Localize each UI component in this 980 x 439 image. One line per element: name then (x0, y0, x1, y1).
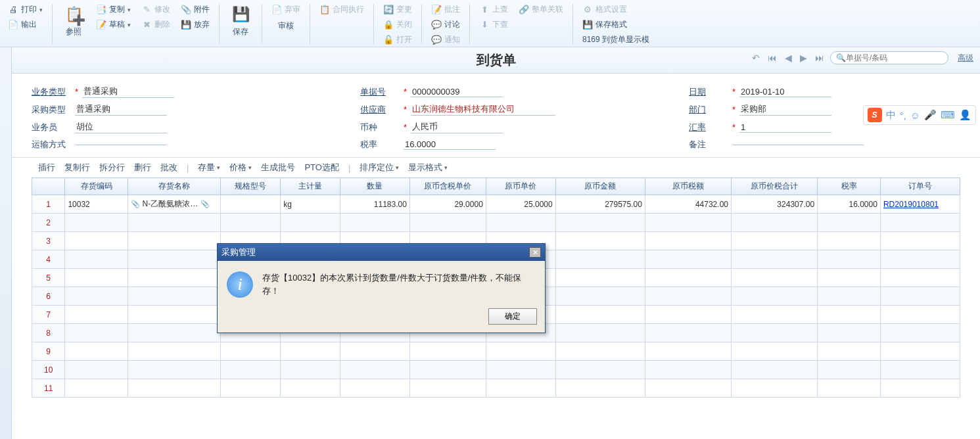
contract-exec-button[interactable]: 📋合同执行 (317, 3, 367, 16)
col-tax-rate[interactable]: 税率 (818, 178, 881, 195)
tax-value[interactable]: 16.0000 (404, 139, 496, 150)
copy-button[interactable]: 📑复制▾ (93, 3, 133, 16)
col-qty[interactable]: 数量 (340, 178, 409, 195)
down-query-button[interactable]: ⬇下查 (477, 18, 511, 32)
close-button[interactable]: 🔒关闭 (381, 18, 415, 32)
draft-button[interactable]: 📝草稿▾ (93, 18, 133, 32)
date-label: 日期 (689, 86, 728, 98)
del-row-button[interactable]: 删行 (134, 162, 151, 173)
review-label: 审核 (269, 20, 303, 32)
sort-locate-button[interactable]: 排序定位 ▾ (360, 162, 399, 173)
search-icon: 🔍 (836, 53, 846, 62)
save-icon: 💾 (230, 4, 251, 25)
currency-value[interactable]: 人民币 (411, 121, 503, 133)
col-order-no[interactable]: 订单号 (880, 178, 960, 195)
tax-label: 税率 (360, 139, 400, 150)
ime-widget[interactable]: S 中 °, ☺ 🎤 ⌨ 👤 (863, 105, 977, 125)
col-price[interactable]: 原币单价 (486, 178, 555, 195)
up-query-button[interactable]: ⬆上查 (477, 3, 511, 16)
col-inv-code[interactable]: 存货编码 (65, 178, 128, 195)
col-total[interactable]: 原币价税合计 (731, 178, 817, 195)
clerk-value[interactable]: 胡位 (75, 121, 167, 133)
table-row[interactable]: 11 (32, 379, 960, 398)
price-button[interactable]: 价格 ▾ (229, 162, 252, 173)
col-inv-name[interactable]: 存货名称 (128, 178, 221, 195)
buy-type-value[interactable]: 普通采购 (75, 103, 167, 116)
search-box[interactable]: 🔍 (830, 51, 948, 64)
whole-assoc-button[interactable]: 🔗整单关联 (516, 3, 566, 16)
ime-zhong[interactable]: 中 (886, 109, 896, 122)
save-button[interactable]: 💾 保存 (226, 3, 255, 39)
dialog-close-button[interactable]: ✕ (529, 247, 541, 258)
table-row[interactable]: 9 (32, 342, 960, 361)
open-button[interactable]: 🔓打开 (381, 33, 415, 47)
batch-mod-button[interactable]: 批改 (160, 162, 177, 173)
col-main-uom[interactable]: 主计量 (281, 178, 340, 195)
title-bar: 到货单 ↶ ⏮ ◀ ▶ ⏭ 🔍 高级 (12, 47, 980, 74)
print-button[interactable]: 🖨打印▾ (5, 3, 45, 16)
gen-batch-button[interactable]: 生成批号 (261, 162, 295, 173)
change-button[interactable]: 🔄变更 (381, 3, 415, 16)
doc-no-value[interactable]: 0000000039 (411, 87, 503, 97)
col-rownum[interactable] (32, 178, 65, 195)
split-row-button[interactable]: 拆分行 (99, 162, 125, 173)
attach-button[interactable]: 📎附件 (178, 3, 212, 16)
format-desc[interactable]: 8169 到货单显示模 (580, 33, 652, 47)
supplier-value[interactable]: 山东润德生物科技有限公司 (411, 103, 555, 116)
pto-button[interactable]: PTO选配 (304, 162, 339, 173)
error-dialog: 采购管理 ✕ i 存货【10032】的本次累计到货数量/件数大于订货数量/件数，… (217, 243, 546, 333)
discard-review-button[interactable]: 📄弃审 (269, 3, 303, 16)
format-set-button[interactable]: ⚙格式设置 (580, 3, 652, 16)
date-value[interactable]: 2019-01-10 (739, 87, 831, 97)
display-fmt-button[interactable]: 显示格式 ▾ (408, 162, 448, 173)
table-row[interactable]: 110032📎 N-乙酰氨糖浓… 📎kg11183.0029.000025.00… (32, 195, 960, 214)
notify-button[interactable]: 💬通知 (429, 33, 463, 47)
nav-next-icon[interactable]: ▶ (798, 51, 809, 64)
reference-button[interactable]: 📋➕ 参照 (59, 3, 88, 39)
copy-row-button[interactable]: 复制行 (64, 162, 90, 173)
biz-type-value[interactable]: 普通采购 (82, 85, 174, 98)
nav-first-icon[interactable]: ⏮ (766, 51, 779, 64)
clerk-label: 业务员 (32, 122, 71, 133)
ime-user-icon[interactable]: 👤 (959, 109, 971, 121)
doc-no-label: 单据号 (360, 86, 400, 98)
abandon-button[interactable]: 💾放弃 (178, 18, 212, 32)
arrow-down-icon: ⬇ (479, 20, 490, 30)
main-toolbar: 🖨打印▾ 📄输出 📋➕ 参照 📑复制▾ 📝草稿▾ ✎修改 ✖删除 📎附件 💾放弃… (0, 0, 980, 47)
dialog-message: 存货【10032】的本次累计到货数量/件数大于订货数量/件数，不能保存！ (262, 271, 536, 297)
ime-punct-icon[interactable]: °, (900, 110, 906, 121)
ime-face-icon[interactable]: ☺ (910, 110, 920, 121)
page-title: 到货单 (477, 51, 516, 69)
col-amount[interactable]: 原币金额 (555, 178, 645, 195)
table-row[interactable]: 10 (32, 361, 960, 379)
change-icon: 🔄 (383, 5, 394, 15)
stock-button[interactable]: 存量 ▾ (198, 162, 220, 173)
insert-row-button[interactable]: 插行 (38, 162, 55, 173)
rate-value[interactable]: 1 (739, 122, 831, 133)
link-icon: 🔗 (519, 5, 529, 15)
memo-value[interactable] (732, 145, 864, 145)
dept-value[interactable]: 采购部 (739, 103, 831, 116)
ime-mic-icon[interactable]: 🎤 (924, 109, 937, 121)
col-tax-amt[interactable]: 原币税额 (645, 178, 731, 195)
nav-prev-icon[interactable]: ◀ (783, 51, 794, 64)
table-row[interactable]: 2 (32, 214, 960, 232)
delete-button[interactable]: ✖删除 (139, 18, 173, 32)
ship-value[interactable] (75, 145, 167, 145)
nav-last-icon[interactable]: ⏭ (813, 51, 826, 64)
output-button[interactable]: 📄输出 (5, 18, 45, 32)
modify-button[interactable]: ✎修改 (139, 3, 173, 16)
col-tax-price[interactable]: 原币含税单价 (409, 178, 486, 195)
search-input[interactable] (846, 53, 938, 62)
contract-icon: 📋 (319, 5, 330, 15)
advanced-link[interactable]: 高级 (958, 53, 973, 64)
dialog-ok-button[interactable]: 确定 (488, 308, 537, 325)
undo-icon[interactable]: ↶ (750, 51, 762, 64)
export-icon: 📄 (8, 20, 18, 30)
ime-keyboard-icon[interactable]: ⌨ (941, 109, 955, 121)
col-spec[interactable]: 规格型号 (221, 178, 281, 195)
save-format-button[interactable]: 💾保存格式 (580, 18, 652, 32)
discuss-button[interactable]: 💬讨论 (429, 18, 463, 32)
batch-review-button[interactable]: 📝批注 (429, 3, 463, 16)
memo-label: 备注 (689, 139, 728, 150)
